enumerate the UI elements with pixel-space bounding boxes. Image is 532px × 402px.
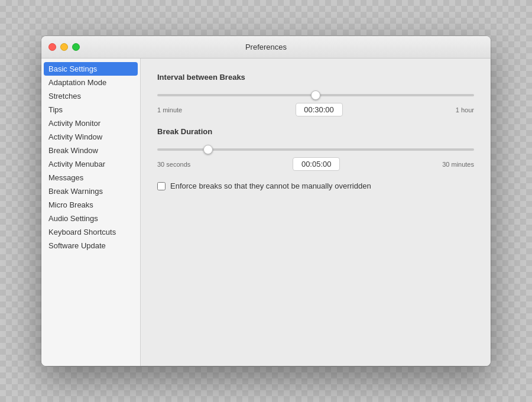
sidebar-item-software-update[interactable]: Software Update [41,239,140,252]
enforce-checkbox[interactable] [157,182,166,190]
sidebar-item-tips[interactable]: Tips [41,103,140,116]
duration-slider-container: 30 seconds 00:05:00 30 minutes [157,144,474,171]
window-title: Preferences [245,43,287,51]
duration-time-value[interactable]: 00:05:00 [293,157,340,171]
sidebar-item-activity-menubar[interactable]: Activity Menubar [41,157,140,171]
sidebar-item-micro-breaks[interactable]: Micro Breaks [41,198,140,212]
window-content: Basic SettingsAdaptation ModeStretchesTi… [41,59,491,366]
sidebar-item-audio-settings[interactable]: Audio Settings [41,212,140,225]
sidebar: Basic SettingsAdaptation ModeStretchesTi… [41,59,141,366]
sidebar-item-stretches[interactable]: Stretches [41,89,140,103]
titlebar: Preferences [41,36,491,59]
duration-max-label: 30 minutes [442,161,474,168]
sidebar-item-break-warnings[interactable]: Break Warnings [41,184,140,198]
sidebar-item-activity-monitor[interactable]: Activity Monitor [41,116,140,130]
interval-section-title: Interval between Breaks [157,73,474,82]
sidebar-item-adaptation-mode[interactable]: Adaptation Mode [41,76,140,89]
interval-min-label: 1 minute [157,106,182,114]
enforce-checkbox-label: Enforce breaks so that they cannot be ma… [170,181,371,190]
duration-slider[interactable] [157,148,474,151]
interval-time-value[interactable]: 00:30:00 [296,103,343,116]
interval-slider-container: 1 minute 00:30:00 1 hour [157,90,474,116]
duration-section-title: Break Duration [157,127,474,136]
interval-slider[interactable] [157,94,474,96]
sidebar-item-activity-window[interactable]: Activity Window [41,130,140,144]
sidebar-item-keyboard-shortcuts[interactable]: Keyboard Shortcuts [41,225,140,239]
duration-min-label: 30 seconds [157,161,190,168]
sidebar-item-break-window[interactable]: Break Window [41,144,140,157]
close-button[interactable] [48,43,56,51]
sidebar-item-basic-settings[interactable]: Basic Settings [44,62,138,76]
interval-slider-labels: 1 minute 00:30:00 1 hour [157,103,474,116]
duration-slider-track [157,144,474,155]
interval-slider-track [157,90,474,100]
preferences-window: Preferences Basic SettingsAdaptation Mod… [41,36,491,366]
enforce-checkbox-row: Enforce breaks so that they cannot be ma… [157,181,474,190]
maximize-button[interactable] [72,43,80,51]
main-panel: Interval between Breaks 1 minute 00:30:0… [141,59,491,366]
duration-slider-labels: 30 seconds 00:05:00 30 minutes [157,157,474,171]
minimize-button[interactable] [60,43,68,51]
interval-max-label: 1 hour [456,106,474,114]
sidebar-item-messages[interactable]: Messages [41,171,140,184]
window-controls [48,43,80,51]
